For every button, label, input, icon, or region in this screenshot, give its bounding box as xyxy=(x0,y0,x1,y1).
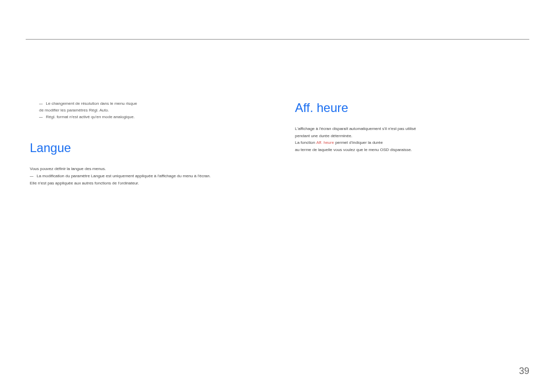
inline-accent-text: Aff. heure xyxy=(316,140,334,145)
note-block: ― Le changement de résolution dans le me… xyxy=(30,101,264,120)
body-line: pendant une durée déterminée. xyxy=(295,133,529,140)
body-line: L'affichage à l'écran disparaît automati… xyxy=(295,125,529,133)
info-icon: ― xyxy=(30,174,33,178)
note-line: ― Régl. format n'est activé qu'en mode a… xyxy=(39,114,264,121)
page-number: 39 xyxy=(519,366,529,377)
info-icon: ― xyxy=(39,115,43,119)
body-line: La fonction Aff. heure permet d'indiquer… xyxy=(295,139,529,146)
top-horizontal-rule xyxy=(26,39,529,40)
note-line: ― Le changement de résolution dans le me… xyxy=(39,101,264,107)
body-text-before: La fonction xyxy=(295,140,316,145)
two-column-layout: ― Le changement de résolution dans le me… xyxy=(26,101,529,186)
left-column: ― Le changement de résolution dans le me… xyxy=(26,101,264,186)
note-text: Le changement de résolution dans le menu… xyxy=(46,101,137,106)
note-text: Régl. format n'est activé qu'en mode ana… xyxy=(46,115,135,119)
body-text-after: permet d'indiquer la durée xyxy=(334,140,383,145)
body-text-span: La modification du paramètre Langue est … xyxy=(36,174,211,178)
section-heading-aff-heure: Aff. heure xyxy=(295,101,529,115)
right-column: Aff. heure L'affichage à l'écran dispara… xyxy=(295,101,529,186)
page-container: ― Le changement de résolution dans le me… xyxy=(0,0,555,392)
section-heading-langue: Langue xyxy=(30,141,264,155)
body-line: Vous pouvez définir la langue des menus. xyxy=(30,165,264,173)
info-icon: ― xyxy=(39,102,43,105)
note-text: de modifier les paramètres Régl. Auto. xyxy=(39,108,109,113)
body-text: L'affichage à l'écran disparaît automati… xyxy=(295,125,529,153)
body-line: au terme de laquelle vous voulez que le … xyxy=(295,146,529,154)
body-line: ― La modification du paramètre Langue es… xyxy=(30,173,264,180)
body-text: Vous pouvez définir la langue des menus.… xyxy=(30,165,264,186)
note-line: de modifier les paramètres Régl. Auto. xyxy=(39,107,264,114)
body-line: Elle n'est pas appliquée aux autres fonc… xyxy=(30,180,264,187)
